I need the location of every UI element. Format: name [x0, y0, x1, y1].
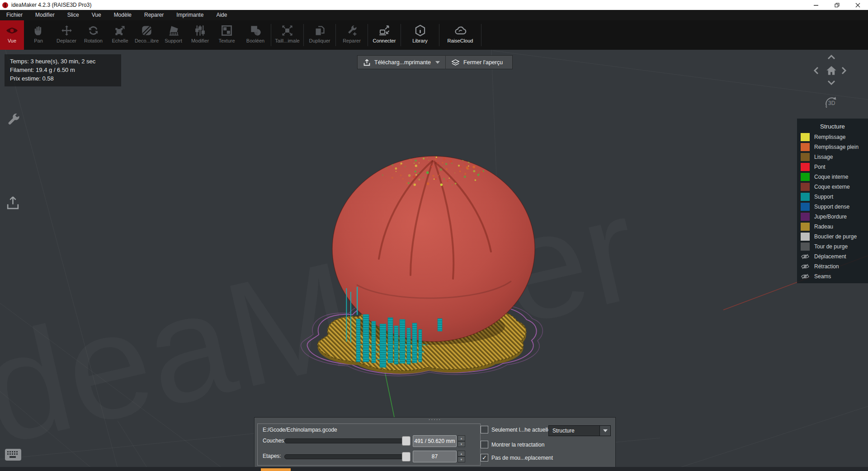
layers-spinner[interactable]: ▲▼ [458, 435, 465, 447]
tool-modify-button[interactable]: Modifier [187, 20, 213, 50]
virtual-keyboard-button[interactable] [5, 448, 22, 463]
rotate-3d-button[interactable]: 3D [822, 93, 840, 113]
tool-texture-button[interactable]: Texture [213, 20, 240, 50]
eye-off-icon [801, 263, 809, 270]
print-filament: Filament: 19.4 g / 6.50 m [10, 66, 116, 74]
gcode-file-path: E:/Gcode/Echinolampas.gcode [263, 427, 337, 433]
view-home-button[interactable] [824, 63, 839, 80]
tool-scale-button[interactable]: Echelle [107, 20, 133, 50]
checkbox-label: Pas de mou...eplacement [491, 455, 553, 461]
layers-slider[interactable] [284, 438, 410, 443]
tool-library-button[interactable]: Library [401, 20, 439, 50]
main-toolbar: Vue Pan Deplacer Rotation Echelle Deco..… [0, 20, 868, 50]
color-swatch [801, 133, 810, 141]
export-view-button[interactable] [5, 195, 20, 212]
view-right-button[interactable] [841, 67, 847, 76]
color-swatch [801, 193, 810, 201]
steps-slider[interactable] [284, 454, 410, 459]
viewport-3d[interactable]: ideaMaker [0, 50, 868, 471]
tool-pan-button[interactable]: Pan [24, 20, 53, 50]
color-swatch [801, 173, 810, 181]
menu-vue[interactable]: Vue [85, 10, 108, 20]
tool-duplicate-button[interactable]: Dupliquer [304, 20, 335, 50]
print-preview-canvas[interactable]: ideaMaker [0, 50, 868, 471]
tool-connect-button[interactable]: Connecter [368, 20, 401, 50]
panel-drag-handle[interactable]: ····· [255, 417, 615, 422]
tool-freecut-button[interactable]: Deco...ibre [133, 20, 160, 50]
spin-up-icon: ▲ [458, 435, 465, 441]
legend-item-pont: Pont [797, 162, 868, 172]
eye-off-icon [801, 273, 809, 280]
layers-slider-handle[interactable] [402, 436, 410, 446]
checkbox-no-travel-moves[interactable]: ✓ [481, 454, 488, 461]
minimize-button[interactable] [806, 0, 826, 10]
model-sphere [332, 136, 535, 342]
taskbar-hint [261, 468, 291, 471]
app-logo-icon [2, 2, 8, 8]
structure-legend-panel: Structure Remplissage Remplissage plein … [797, 119, 868, 283]
keyboard-icon [5, 448, 22, 461]
tool-raisecloud-button[interactable]: RaiseCloud [439, 20, 481, 50]
tool-support-button[interactable]: Support [160, 20, 187, 50]
menu-aide[interactable]: Aide [210, 10, 233, 20]
color-swatch [801, 163, 810, 171]
color-swatch [801, 243, 810, 251]
legend-title: Structure [797, 121, 868, 132]
ideamaker-window: ideaMaker 4.2.3 (RAISE3D Pro3) Fichier M… [0, 0, 868, 471]
tool-maxfit-button[interactable]: Taill...imale [271, 20, 303, 50]
legend-toggle-deplacement[interactable]: Déplacement [797, 252, 868, 262]
menu-fichier[interactable]: Fichier [0, 10, 29, 20]
legend-item-support: Support [797, 192, 868, 202]
legend-item-coque-interne: Coque interne [797, 172, 868, 182]
chevron-down-icon[interactable] [435, 61, 440, 64]
layers-label: Couches: [263, 438, 286, 444]
legend-item-remplissage-plein: Remplissage plein [797, 142, 868, 152]
checkbox-current-layer-only[interactable]: ✓ [481, 426, 488, 433]
color-swatch [801, 203, 810, 211]
menu-modele[interactable]: Modèle [108, 10, 138, 20]
legend-toggle-seams[interactable]: Seams [797, 271, 868, 281]
cloud-icon [454, 24, 467, 37]
library-icon [414, 24, 426, 37]
tool-view-button[interactable]: Vue [0, 20, 24, 50]
color-swatch [801, 223, 810, 231]
close-preview-button[interactable]: Fermer l'aperçu [446, 56, 508, 69]
checkbox-show-retraction[interactable]: ✓ [481, 441, 488, 448]
restore-button[interactable] [826, 0, 847, 10]
menu-imprimante[interactable]: Imprimante [170, 10, 210, 20]
duplicate-icon [314, 24, 326, 37]
view-mode-dropdown[interactable]: Structure [548, 425, 611, 436]
sliders-icon [194, 24, 206, 37]
upload-icon [363, 58, 371, 66]
spin-down-icon: ▼ [458, 441, 465, 447]
legend-toggle-retraction[interactable]: Rétraction [797, 262, 868, 271]
upload-to-printer-button[interactable]: Télécharg...mprimante [358, 56, 445, 69]
toolbar-separator [481, 24, 481, 46]
tool-repair-button[interactable]: Reparer [336, 20, 368, 50]
legend-item-support-dense: Support dense [797, 202, 868, 212]
legend-item-coque-externe: Coque externe [797, 182, 868, 192]
checkbox-label: Montrer la retractation [491, 442, 544, 448]
menu-reparer[interactable]: Reparer [138, 10, 170, 20]
legend-item-radeau: Radeau [797, 222, 868, 232]
preview-control-panel: ····· E:/Gcode/Echinolampas.gcode Couche… [254, 417, 616, 467]
view-up-button[interactable] [827, 54, 835, 62]
boolean-icon [250, 24, 262, 37]
layers-value[interactable]: 491 / 50.620 mm [413, 435, 457, 447]
view-left-button[interactable] [813, 67, 819, 76]
tool-move-button[interactable]: Deplacer [53, 20, 80, 50]
steps-slider-handle[interactable] [402, 452, 410, 461]
steps-spinner[interactable]: ▲▼ [458, 451, 465, 462]
view-down-button[interactable] [827, 80, 835, 88]
dropdown-arrow-icon[interactable] [599, 426, 610, 436]
steps-value[interactable]: 87 [413, 451, 457, 462]
menu-modifier[interactable]: Modifier [29, 10, 61, 20]
tool-boolean-button[interactable]: Booléen [240, 20, 271, 50]
menu-slice[interactable]: Slice [61, 10, 85, 20]
repair-icon [346, 24, 358, 37]
legend-item-remplissage: Remplissage [797, 132, 868, 142]
close-button[interactable] [847, 0, 868, 10]
color-swatch [801, 233, 810, 241]
tool-rotate-button[interactable]: Rotation [80, 20, 107, 50]
adjust-tool-button[interactable] [5, 112, 22, 130]
